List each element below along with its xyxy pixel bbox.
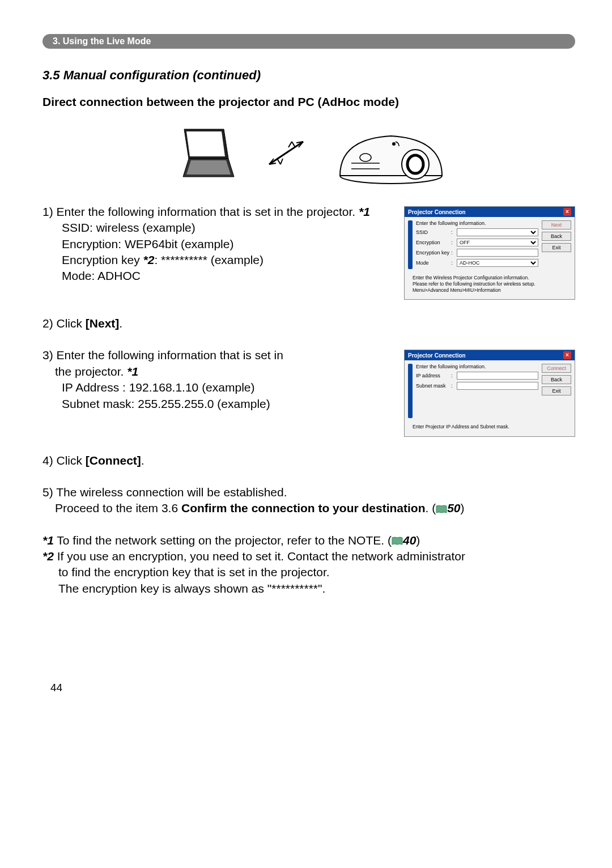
ssid-select[interactable] <box>457 228 538 236</box>
exit-button[interactable]: Exit <box>542 243 571 252</box>
subnet-input[interactable] <box>457 382 538 390</box>
ip-label: IP address <box>416 373 451 378</box>
dialog-projector-connection-2: Projector Connection × Enter the followi… <box>404 350 575 436</box>
page-number: 44 <box>50 682 575 694</box>
dialog1-header: Enter the following information. <box>416 220 538 226</box>
wireless-icon <box>264 136 309 170</box>
breadcrumb: 3. Using the Live Mode <box>42 34 575 49</box>
back-button[interactable]: Back <box>542 232 571 241</box>
step1-enc: Encryption: WEP64bit (example) <box>62 236 393 252</box>
svg-point-9 <box>392 142 396 146</box>
dialog1-footer: Enter the Wireless Projector Configurati… <box>405 273 575 299</box>
step1-key: Encryption key *2: ********** (example) <box>62 252 393 268</box>
step1-ssid: SSID: wireless (example) <box>62 220 393 236</box>
svg-line-4 <box>269 142 303 164</box>
projector-icon <box>332 119 445 187</box>
mode-label: Mode <box>416 260 451 266</box>
svg-marker-3 <box>186 160 231 175</box>
svg-marker-1 <box>186 131 225 156</box>
step3-line1: 3) Enter the following information that … <box>42 347 393 363</box>
subnet-label: Subnet mask <box>416 383 451 389</box>
encryption-key-input[interactable] <box>457 249 538 257</box>
encryption-select[interactable]: OFF <box>457 239 538 246</box>
dialog2-title: Projector Connection <box>408 352 466 359</box>
ssid-label: SSID <box>416 229 451 235</box>
step3-ip: IP Address : 192.168.1.10 (example) <box>62 380 393 395</box>
step3-line2: the projector. *1 <box>55 364 393 380</box>
exit-button[interactable]: Exit <box>542 386 571 395</box>
next-button[interactable]: Next <box>542 220 571 229</box>
step1-mode: Mode: ADHOC <box>62 268 393 284</box>
step5: 5) The wireless connection will be estab… <box>42 484 575 517</box>
footnote-1: *1 To find the network setting on the pr… <box>42 533 575 548</box>
dialog2-footer: Enter Projector IP Address and Subnet ma… <box>405 422 575 436</box>
step4: 4) Click [Connect]. <box>42 453 575 469</box>
book-icon <box>436 505 447 514</box>
step1-line: 1) Enter the following information that … <box>42 204 393 220</box>
close-icon[interactable]: × <box>563 208 571 216</box>
dialog2-header: Enter the following information. <box>416 364 538 369</box>
close-icon[interactable]: × <box>563 351 571 359</box>
connect-button[interactable]: Connect <box>542 364 571 373</box>
illustration <box>42 119 575 187</box>
ip-input[interactable] <box>457 372 538 380</box>
mode-select[interactable]: AD-HOC <box>457 259 538 267</box>
back-button[interactable]: Back <box>542 375 571 384</box>
subheading: Direct connection between the projector … <box>42 95 575 109</box>
step3-subnet: Subnet mask: 255.255.255.0 (example) <box>62 396 393 412</box>
step2: 2) Click [Next]. <box>42 316 575 331</box>
encryption-label: Encryption <box>416 240 451 245</box>
laptop-icon <box>173 125 241 181</box>
dialog-sidebar <box>408 364 413 418</box>
footnote-2: *2 If you use an encryption, you need to… <box>42 548 575 597</box>
section-title: 3.5 Manual configuration (continued) <box>42 68 575 83</box>
dialog1-title: Projector Connection <box>408 209 466 215</box>
encryption-key-label: Encryption key <box>416 250 451 256</box>
dialog-sidebar <box>408 220 413 269</box>
book-icon <box>392 537 403 546</box>
dialog-projector-connection-1: Projector Connection × Enter the followi… <box>404 206 575 300</box>
